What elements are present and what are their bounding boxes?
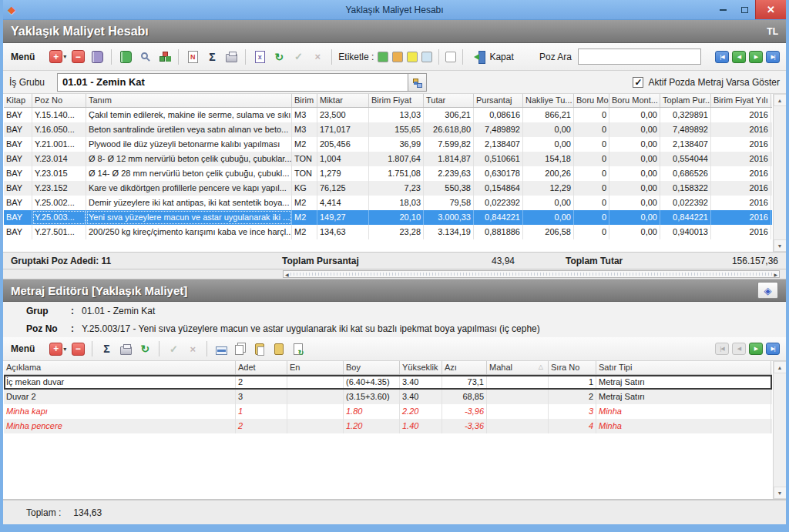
cell[interactable]: BAY <box>4 166 32 181</box>
cell[interactable]: 154,18 <box>523 152 574 166</box>
cell[interactable]: 0,00 <box>523 196 574 210</box>
insert-row-button[interactable] <box>213 341 229 356</box>
first-record-button[interactable]: |◀ <box>715 51 729 63</box>
cell[interactable]: 0,00 <box>523 210 574 225</box>
cell[interactable]: 0,00 <box>609 137 660 152</box>
cell[interactable] <box>287 419 344 433</box>
cell[interactable]: 1,279 <box>317 166 369 181</box>
column-header[interactable]: Boru Mo... <box>574 94 609 107</box>
remove-button[interactable]: − <box>70 49 86 65</box>
cell[interactable]: Minha <box>596 419 771 433</box>
poz-book-button[interactable] <box>89 49 105 65</box>
column-header[interactable]: Birim Fiyat Yılı <box>711 94 771 107</box>
cell[interactable]: TON <box>292 166 317 181</box>
cell[interactable] <box>487 419 549 433</box>
cell[interactable]: 2016 <box>711 122 771 137</box>
cell[interactable]: BAY <box>4 210 32 225</box>
cell[interactable]: 7.599,82 <box>424 137 474 152</box>
table-row[interactable]: BAYY.16.050...Beton santralinde üretilen… <box>4 122 772 137</box>
cell[interactable]: Çakıl temin edilerek, makine ile serme, … <box>86 108 292 122</box>
cell[interactable]: 3.40 <box>400 375 442 390</box>
analysis-tree-button[interactable] <box>156 49 172 65</box>
cell[interactable]: Y.21.001... <box>32 137 86 152</box>
cell[interactable]: 13,03 <box>369 108 424 122</box>
cancel-button[interactable]: × <box>310 49 325 65</box>
cell[interactable]: Metraj Satırı <box>596 390 771 404</box>
cell[interactable] <box>487 390 549 404</box>
cell[interactable]: 0,844221 <box>660 210 711 225</box>
column-header[interactable]: En <box>287 361 344 374</box>
cell[interactable]: 2 <box>236 419 287 433</box>
column-header[interactable]: Birim <box>292 94 317 107</box>
cell[interactable]: 0,00 <box>609 122 660 137</box>
table-row[interactable]: BAYY.25.002...Demir yüzeylere iki kat an… <box>4 196 772 210</box>
column-header[interactable]: Boy <box>344 361 400 374</box>
cell[interactable]: 1.751,08 <box>369 166 424 181</box>
note-button[interactable]: N <box>185 49 200 65</box>
cell[interactable]: İç mekan duvar <box>4 375 236 390</box>
cell[interactable]: 2.20 <box>400 404 442 419</box>
cell[interactable]: Metraj Satırı <box>596 375 771 390</box>
cell[interactable]: Kare ve dikdörtgen profillerle pencere v… <box>86 181 292 196</box>
add-button[interactable]: +▾ <box>49 49 66 65</box>
scroll-right-icon[interactable]: ▶ <box>772 272 779 277</box>
cell[interactable]: 1 <box>549 375 596 390</box>
cell[interactable] <box>287 404 344 419</box>
tag-blue-button[interactable] <box>421 52 432 62</box>
cell[interactable]: BAY <box>4 225 32 239</box>
cell[interactable]: 0 <box>574 210 609 225</box>
cell[interactable]: 2016 <box>711 137 771 152</box>
cell[interactable]: (6.40+4.35) <box>344 375 400 390</box>
cell[interactable]: 0 <box>574 166 609 181</box>
cell[interactable]: 4,414 <box>317 196 369 210</box>
cell[interactable]: 0 <box>574 137 609 152</box>
cell[interactable]: Y.27.501... <box>32 225 86 239</box>
metraj-next-record-button[interactable]: ▶ <box>749 343 763 355</box>
cell[interactable]: 134,63 <box>317 225 369 239</box>
cell[interactable]: BAY <box>4 108 32 122</box>
cell[interactable]: 1 <box>236 404 287 419</box>
poz-ara-input[interactable] <box>578 49 701 65</box>
cell[interactable]: 0,022392 <box>660 196 711 210</box>
poz-table-hscrollbar[interactable]: ◀ ▶ <box>283 270 780 278</box>
table-row[interactable]: BAYY.25.003...Yeni sıva yüzeylere macun … <box>4 210 772 225</box>
cell[interactable]: Minha pencere <box>4 419 236 433</box>
cell[interactable]: 26.618,80 <box>424 122 474 137</box>
column-header[interactable]: Nakliye Tu... <box>523 94 574 107</box>
metraj-refresh-button[interactable]: ↻ <box>137 341 153 356</box>
cell[interactable]: 2 <box>236 375 287 390</box>
table-row[interactable]: BAYY.21.001...Plywood ile düz yüzeyli be… <box>4 137 772 152</box>
cell[interactable]: 1.20 <box>344 419 400 433</box>
kapat-button[interactable]: Kapat <box>474 51 513 62</box>
metraj-confirm-button[interactable]: ✓ <box>166 341 181 356</box>
metraj-app-button[interactable]: ◈ <box>757 282 778 299</box>
cell[interactable]: 1,004 <box>317 152 369 166</box>
column-header[interactable]: Satır Tipi <box>596 361 771 374</box>
cell[interactable]: M2 <box>292 196 317 210</box>
column-header[interactable]: Tanım <box>86 94 292 107</box>
cell[interactable]: 0,154864 <box>474 181 523 196</box>
cell[interactable]: Demir yüzeylere iki kat antipas, iki kat… <box>86 196 292 210</box>
cell[interactable]: Minha kapı <box>4 404 236 419</box>
cell[interactable]: 0,00 <box>523 122 574 137</box>
cell[interactable]: 0 <box>574 108 609 122</box>
cell[interactable]: 0,08616 <box>474 108 523 122</box>
cell[interactable]: 2016 <box>711 196 771 210</box>
aktif-pozda-checkbox[interactable]: ✓ <box>633 77 643 88</box>
cell[interactable]: 76,125 <box>317 181 369 196</box>
table-row[interactable]: BAYY.23.152Kare ve dikdörtgen profillerl… <box>4 181 772 196</box>
prev-record-button[interactable]: ◀ <box>732 51 746 63</box>
cell[interactable]: 7,489892 <box>660 122 711 137</box>
cell[interactable]: 0,686526 <box>660 166 711 181</box>
cell[interactable]: Beton santralinde üretilen veya satın al… <box>86 122 292 137</box>
cell[interactable] <box>487 404 549 419</box>
column-header[interactable]: Azı <box>442 361 487 374</box>
table-row[interactable]: Minha pencere21.201.40-3,364Minha <box>4 419 772 433</box>
cell[interactable]: Y.23.014 <box>32 152 86 166</box>
table-row[interactable]: Duvar 23(3.15+3.60)3.4068,852Metraj Satı… <box>4 390 772 404</box>
column-header[interactable]: Pursantaj <box>474 94 523 107</box>
cell[interactable]: M2 <box>292 137 317 152</box>
confirm-button[interactable]: ✓ <box>290 49 306 65</box>
cell[interactable]: M3 <box>292 122 317 137</box>
column-header[interactable]: Tutar <box>424 94 474 107</box>
